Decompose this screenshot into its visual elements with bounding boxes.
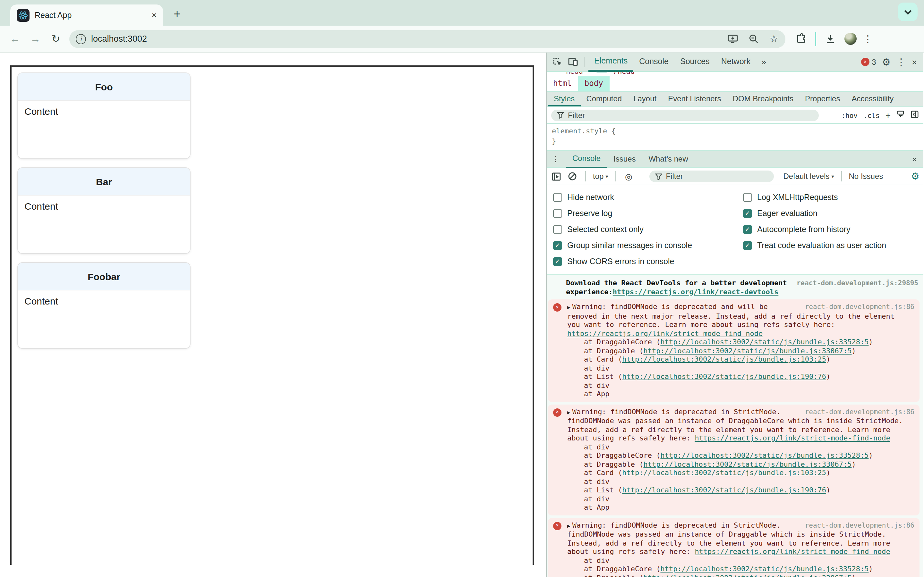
message-source-link[interactable]: react-dom.development.js:86 — [805, 521, 914, 530]
devtools-tab-sources[interactable]: Sources — [674, 52, 716, 71]
rendering-brush-icon[interactable] — [897, 110, 905, 120]
error-icon: × — [553, 408, 561, 416]
drawer-tab-console[interactable]: Console — [566, 150, 607, 168]
tab-properties[interactable]: Properties — [799, 92, 846, 106]
stack-source-link[interactable]: http://localhost:3002/static/js/bundle.j… — [622, 355, 826, 364]
console-message-warning[interactable]: react-dom.development.js:86×▶Warning: fi… — [548, 300, 919, 402]
breadcrumb-body[interactable]: body — [578, 76, 610, 91]
checkbox-hide-network[interactable] — [553, 193, 562, 201]
message-source-link[interactable]: react-dom.development.js:86 — [805, 408, 914, 416]
breadcrumb-html[interactable]: html — [547, 76, 578, 91]
drawer-tab-issues[interactable]: Issues — [607, 150, 642, 168]
tab-layout[interactable]: Layout — [628, 92, 662, 106]
devtools-close-icon[interactable]: × — [912, 57, 917, 67]
message-link[interactable]: https://reactjs.org/link/strict-mode-fin… — [695, 548, 890, 556]
expand-triangle-icon[interactable]: ▶ — [567, 305, 570, 310]
element-style-rule[interactable]: element.style { } — [547, 124, 923, 151]
tab-styles[interactable]: Styles — [548, 92, 580, 106]
tab-event-listeners[interactable]: Event Listeners — [662, 92, 727, 106]
checkbox-preserve-log[interactable] — [553, 209, 562, 218]
stack-source-link[interactable]: http://localhost:3002/static/js/bundle.j… — [660, 565, 869, 573]
tab-accessibility[interactable]: Accessibility — [846, 92, 899, 106]
bookmark-star-icon[interactable]: ☆ — [766, 31, 782, 47]
styles-filter-input[interactable]: Filter — [551, 109, 819, 121]
issues-counter[interactable]: No Issues — [849, 172, 883, 181]
browser-menu-icon[interactable]: ⋮ — [863, 33, 873, 45]
stack-source-link[interactable]: http://localhost:3002/static/js/bundle.j… — [622, 372, 826, 381]
new-style-rule-icon[interactable]: + — [885, 110, 891, 120]
message-link[interactable]: https://reactjs.org/link/react-devtools — [613, 287, 779, 296]
expand-triangle-icon[interactable]: ▶ — [567, 523, 570, 529]
devtools-settings-icon[interactable]: ⚙ — [882, 56, 891, 68]
tab-computed[interactable]: Computed — [580, 92, 628, 106]
downloads-icon[interactable] — [822, 31, 838, 47]
device-toolbar-icon[interactable] — [566, 55, 580, 69]
message-link[interactable]: https://reactjs.org/link/strict-mode-fin… — [695, 434, 890, 442]
stack-source-link[interactable]: http://localhost:3002/static/js/bundle.j… — [660, 451, 869, 460]
site-info-icon[interactable]: i — [76, 34, 86, 44]
tab-search-button[interactable] — [898, 3, 918, 21]
console-settings-icon[interactable]: ⚙ — [911, 171, 919, 182]
sidebar-toggle-icon[interactable] — [911, 110, 919, 120]
stack-source-link[interactable]: http://localhost:3002/static/js/bundle.j… — [643, 574, 851, 577]
url-text[interactable]: localhost:3002 — [91, 34, 720, 44]
back-button[interactable]: ← — [6, 31, 23, 47]
clear-console-icon[interactable] — [567, 171, 578, 182]
extensions-puzzle-icon[interactable] — [793, 31, 809, 47]
devtools-tab-elements[interactable]: Elements — [588, 52, 633, 71]
checkbox-treat-code-evaluation-as-user-action[interactable]: ✓ — [743, 241, 752, 250]
card-bar[interactable]: BarContent — [17, 167, 191, 254]
tab-close-icon[interactable]: × — [152, 10, 157, 20]
stack-source-link[interactable]: http://localhost:3002/static/js/bundle.j… — [622, 469, 826, 477]
stack-source-link[interactable]: http://localhost:3002/static/js/bundle.j… — [622, 486, 826, 494]
drawer-close-icon[interactable]: × — [912, 154, 918, 164]
new-tab-button[interactable]: + — [170, 6, 185, 22]
inspect-element-icon[interactable] — [551, 55, 565, 69]
console-filter-input[interactable]: Filter — [649, 171, 774, 182]
error-count-badge[interactable]: × 3 — [861, 57, 876, 66]
message-source-link[interactable]: react-dom.development.js:86 — [805, 303, 914, 311]
browser-tab[interactable]: React App × — [10, 5, 163, 26]
reload-button[interactable]: ↻ — [47, 31, 64, 47]
console-message-warning[interactable]: react-dom.development.js:86×▶Warning: fi… — [548, 404, 919, 515]
live-expression-eye-icon[interactable]: ◎ — [623, 171, 634, 182]
pseudo-state-toggle[interactable]: :hov — [841, 111, 858, 119]
stack-source-link[interactable]: http://localhost:3002/static/js/bundle.j… — [643, 347, 851, 355]
checkbox-eager-evaluation[interactable]: ✓ — [743, 209, 752, 218]
log-levels-dropdown[interactable]: Default levels▾ — [783, 172, 834, 181]
install-app-icon[interactable] — [725, 31, 740, 47]
console-sidebar-icon[interactable] — [551, 171, 562, 182]
card-foo[interactable]: FooContent — [17, 73, 191, 159]
context-selector[interactable]: top▾ — [593, 172, 608, 181]
forward-button[interactable]: → — [27, 31, 44, 47]
zoom-out-icon[interactable] — [746, 31, 761, 47]
devtools-menu-icon[interactable]: ⋮ — [897, 56, 906, 68]
checkbox-group-similar-messages-in-console[interactable]: ✓ — [553, 241, 562, 250]
message-source-link[interactable]: react-dom.development.js:29895 — [796, 279, 918, 287]
tab-dom-breakpoints[interactable]: DOM Breakpoints — [727, 92, 799, 106]
checkbox-autocomplete-from-history[interactable]: ✓ — [743, 225, 752, 234]
stack-source-link[interactable]: http://localhost:3002/static/js/bundle.j… — [643, 460, 851, 468]
stack-line: at div — [584, 495, 914, 503]
expand-triangle-icon[interactable]: ▶ — [567, 409, 570, 415]
class-toggle[interactable]: .cls — [863, 111, 880, 119]
more-tabs-button[interactable]: » — [758, 57, 770, 67]
message-link[interactable]: https://reactjs.org/link/strict-mode-fin… — [567, 329, 762, 338]
checkbox-selected-context-only[interactable] — [553, 225, 562, 234]
funnel-icon — [557, 111, 564, 119]
style-selector[interactable]: element.style { — [552, 126, 918, 137]
devtools-tab-network[interactable]: Network — [716, 52, 756, 71]
stack-source-link[interactable]: http://localhost:3002/static/js/bundle.j… — [660, 338, 869, 346]
drawer-menu-icon[interactable]: ⋮ — [552, 155, 559, 163]
url-bar[interactable]: i localhost:3002 ☆ — [69, 30, 785, 48]
profile-avatar[interactable] — [845, 33, 857, 45]
setting-treat-code-evaluation-as-user-action: ✓Treat code evaluation as user action — [743, 237, 886, 253]
setting-label: Preserve log — [567, 209, 612, 218]
checkbox-show-cors-errors-in-console[interactable]: ✓ — [553, 257, 562, 266]
drawer-tab-what-s-new[interactable]: What's new — [642, 150, 694, 168]
console-message-warning[interactable]: react-dom.development.js:86×▶Warning: fi… — [548, 518, 919, 577]
checkbox-log-xmlhttprequests[interactable] — [743, 193, 752, 201]
console-message-info[interactable]: react-dom.development.js:29895Download t… — [547, 276, 923, 299]
devtools-tab-console[interactable]: Console — [633, 52, 674, 71]
card-foobar[interactable]: FoobarContent — [17, 262, 191, 349]
